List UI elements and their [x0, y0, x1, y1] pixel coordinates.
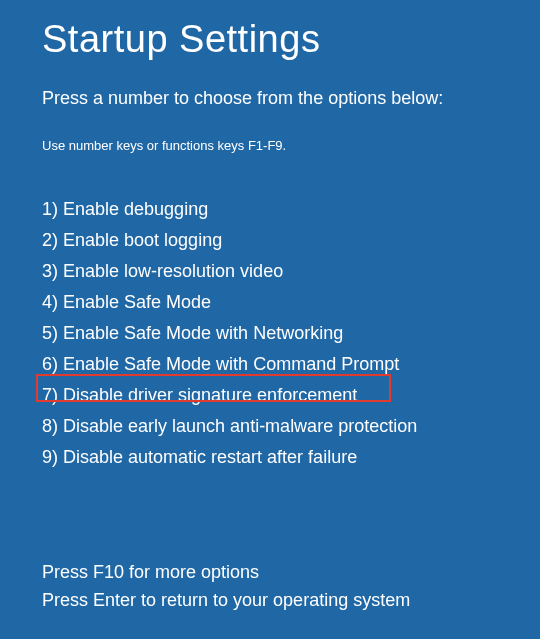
option-3[interactable]: 3) Enable low-resolution video	[42, 256, 417, 287]
option-label: Enable Safe Mode with Networking	[63, 323, 343, 343]
option-label: Enable Safe Mode	[63, 292, 211, 312]
option-9[interactable]: 9) Disable automatic restart after failu…	[42, 442, 417, 473]
option-label: Enable debugging	[63, 199, 208, 219]
option-label: Disable automatic restart after failure	[63, 447, 357, 467]
option-num: 6	[42, 354, 52, 374]
option-num: 7	[42, 385, 52, 405]
option-5[interactable]: 5) Enable Safe Mode with Networking	[42, 318, 417, 349]
option-num: 3	[42, 261, 52, 281]
footer-return-os: Press Enter to return to your operating …	[42, 586, 410, 614]
option-label: Enable Safe Mode with Command Prompt	[63, 354, 399, 374]
option-1[interactable]: 1) Enable debugging	[42, 194, 417, 225]
option-label: Disable driver signature enforcement	[63, 385, 357, 405]
option-label: Enable boot logging	[63, 230, 222, 250]
options-list: 1) Enable debugging 2) Enable boot loggi…	[42, 194, 417, 473]
option-4[interactable]: 4) Enable Safe Mode	[42, 287, 417, 318]
option-num: 5	[42, 323, 52, 343]
option-num: 9	[42, 447, 52, 467]
footer: Press F10 for more options Press Enter t…	[42, 558, 410, 614]
option-label: Enable low-resolution video	[63, 261, 283, 281]
option-6[interactable]: 6) Enable Safe Mode with Command Prompt	[42, 349, 417, 380]
option-num: 4	[42, 292, 52, 312]
option-label: Disable early launch anti-malware protec…	[63, 416, 417, 436]
page-title: Startup Settings	[42, 18, 320, 61]
option-7[interactable]: 7) Disable driver signature enforcement	[42, 380, 417, 411]
hint-text: Use number keys or functions keys F1-F9.	[42, 138, 286, 153]
footer-more-options: Press F10 for more options	[42, 558, 410, 586]
instruction-text: Press a number to choose from the option…	[42, 88, 443, 109]
option-num: 8	[42, 416, 52, 436]
option-num: 2	[42, 230, 52, 250]
option-2[interactable]: 2) Enable boot logging	[42, 225, 417, 256]
option-8[interactable]: 8) Disable early launch anti-malware pro…	[42, 411, 417, 442]
option-num: 1	[42, 199, 52, 219]
